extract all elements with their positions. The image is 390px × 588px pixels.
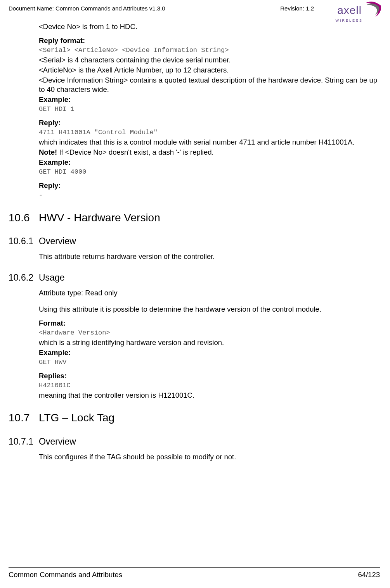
replies-desc: meaning that the controller version is H… — [39, 391, 380, 400]
example-code: GET HDI 1 — [39, 105, 380, 114]
example2-code: GET HDI 4000 — [39, 168, 380, 176]
format-label: Format: — [39, 319, 380, 328]
section-10-7-1: 10.7.1 Overview — [9, 436, 380, 448]
example-label: Example: — [39, 95, 380, 104]
reply2-label: Reply: — [39, 181, 380, 190]
header-rule — [9, 15, 380, 15]
section-number: 10.6.2 — [9, 272, 39, 284]
section-title: Overview — [39, 436, 76, 448]
format-code: <Hardware Version> — [39, 329, 380, 337]
reply-desc: which indicates that this is a control m… — [39, 138, 380, 147]
section-number: 10.7 — [9, 411, 39, 425]
format-desc: which is a string identifying hardware v… — [39, 338, 380, 347]
footer-rule — [9, 567, 380, 568]
section-number: 10.6 — [9, 211, 39, 225]
section-10-7: 10.7 LTG – Lock Tag — [9, 411, 380, 425]
reply-format-code: <Serial> <ArticleNo> <Device Information… — [39, 46, 380, 55]
page-header: Document Name: Common Commands and Attri… — [9, 5, 380, 15]
replies-code: H421001C — [39, 381, 380, 390]
usage-desc: Using this attribute it is possible to d… — [39, 305, 380, 314]
example2-label: Example: — [39, 158, 380, 167]
note-prefix: Note! — [39, 148, 57, 156]
brand-logo: axell WIRELESS — [335, 1, 382, 23]
section-title: Usage — [39, 272, 64, 284]
section-10-6: 10.6 HWV - Hardware Version — [9, 211, 380, 225]
devinfo-desc: <Device Information String> contains a q… — [39, 76, 380, 94]
example3-code: GET HWV — [39, 358, 380, 367]
logo-text: axell — [337, 3, 362, 17]
note-rest: If <Device No> doesn't exist, a dash '-'… — [57, 148, 213, 156]
reply-format-label: Reply format: — [39, 36, 380, 45]
reply2-code: - — [39, 191, 380, 200]
attr-type: Attribute type: Read only — [39, 288, 380, 298]
footer-page-number: 64/123 — [358, 570, 380, 579]
section-title: HWV - Hardware Version — [39, 211, 160, 225]
page-footer: Common Commands and Attributes 64/123 — [9, 567, 380, 579]
reply-code: 4711 H411001A "Control Module" — [39, 128, 380, 137]
note-line: Note! If <Device No> doesn't exist, a da… — [39, 148, 380, 157]
section-10-6-2: 10.6.2 Usage — [9, 272, 380, 284]
section-number: 10.7.1 — [9, 436, 39, 448]
section-10-6-1: 10.6.1 Overview — [9, 236, 380, 247]
doc-name: Document Name: Common Commands and Attri… — [9, 5, 265, 12]
swoosh-icon — [364, 1, 382, 20]
footer-left: Common Commands and Attributes — [9, 570, 122, 579]
serial-desc: <Serial> is 4 characters containing the … — [39, 55, 380, 65]
replies-label: Replies: — [39, 371, 380, 381]
articleno-desc: <ArticleNo> is the Axell Article Number,… — [39, 66, 380, 75]
section-title: Overview — [39, 236, 76, 247]
overview-text-107: This configures if the TAG should be pos… — [39, 452, 380, 462]
revision: Revision: 1.2 — [280, 5, 314, 12]
example3-label: Example: — [39, 348, 380, 357]
intro-line: <Device No> is from 1 to HDC. — [39, 22, 380, 31]
section-number: 10.6.1 — [9, 236, 39, 247]
overview-text: This attribute returns hardware version … — [39, 252, 380, 261]
section-title: LTG – Lock Tag — [39, 411, 114, 425]
reply-label: Reply: — [39, 118, 380, 128]
